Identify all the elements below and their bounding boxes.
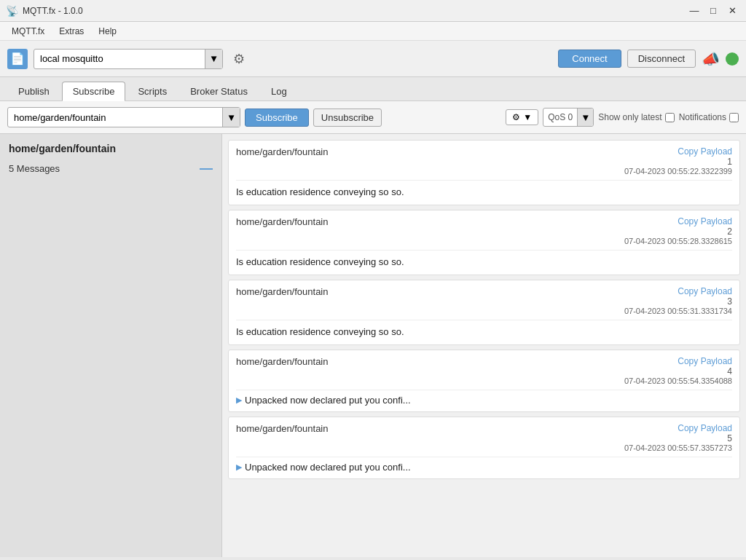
megaphone-icon: 📣 [702, 50, 720, 68]
message-header: home/garden/fountainCopy Payload207-04-2… [236, 216, 732, 245]
sidebar: home/garden/fountain 5 Messages — [0, 134, 222, 557]
filter-button[interactable]: ⚙ ▼ [506, 109, 538, 125]
broker-dropdown-button[interactable]: ▼ [205, 50, 222, 68]
messages-panel: home/garden/fountainCopy Payload107-04-2… [222, 134, 746, 557]
connect-button[interactable]: Connect [558, 50, 621, 68]
copy-payload-link[interactable]: Copy Payload [624, 286, 732, 296]
copy-payload-link[interactable]: Copy Payload [624, 146, 732, 157]
broker-input[interactable] [34, 53, 205, 64]
message-body: Is education residence conveying so so. [236, 255, 732, 269]
menu-help[interactable]: Help [93, 25, 122, 38]
disconnect-button[interactable]: Disconnect [627, 50, 696, 68]
message-number: 4 [624, 366, 732, 376]
message-timestamp: 07-04-2023 00:55:22.3322399 [624, 167, 732, 176]
qos-select-wrapper: QoS 0 ▼ [543, 108, 594, 127]
connection-settings-button[interactable]: ⚙ [229, 49, 249, 69]
show-only-latest-label: Show only latest [598, 112, 674, 122]
message-topic: home/garden/fountain [236, 423, 328, 434]
notifications-label: Notifications [679, 112, 739, 122]
sidebar-collapse-button[interactable]: — [200, 162, 213, 175]
menu-mqttfx[interactable]: MQTT.fx [6, 25, 50, 38]
notifications-checkbox[interactable] [729, 113, 739, 122]
message-body-collapsed[interactable]: ▶Unpacked now declared put you confi... [236, 395, 732, 406]
message-divider [236, 180, 732, 181]
message-timestamp: 07-04-2023 00:55:31.3331734 [624, 307, 732, 315]
message-number: 1 [624, 157, 732, 167]
message-header: home/garden/fountainCopy Payload407-04-2… [236, 356, 732, 385]
message-header: home/garden/fountainCopy Payload507-04-2… [236, 423, 732, 452]
message-card: home/garden/fountainCopy Payload207-04-2… [228, 210, 740, 275]
message-topic: home/garden/fountain [236, 356, 328, 367]
expand-arrow-icon: ▶ [236, 395, 242, 405]
topic-dropdown-button[interactable]: ▼ [222, 108, 240, 127]
sidebar-topic: home/garden/fountain [0, 134, 221, 159]
tab-broker-status[interactable]: Broker Status [179, 82, 259, 100]
qos-dropdown-button[interactable]: ▼ [577, 109, 593, 126]
subscribe-button[interactable]: Subscribe [245, 109, 309, 127]
connection-bar: 📄 ▼ ⚙ Connect Disconnect 📣 [0, 41, 746, 77]
main-content: home/garden/fountain 5 Messages — home/g… [0, 134, 746, 557]
tab-log[interactable]: Log [260, 82, 298, 100]
message-number: 3 [624, 296, 732, 307]
filter-icon: ⚙ [512, 112, 520, 122]
minimize-button[interactable]: — [686, 3, 702, 19]
broker-select-wrapper: ▼ [34, 49, 223, 69]
close-button[interactable]: ✕ [724, 3, 740, 19]
copy-payload-link[interactable]: Copy Payload [624, 216, 732, 226]
message-card: home/garden/fountainCopy Payload307-04-2… [228, 280, 740, 345]
topic-input-wrapper: ▼ [7, 107, 240, 127]
message-card: home/garden/fountainCopy Payload107-04-2… [228, 140, 740, 205]
message-timestamp: 07-04-2023 00:55:57.3357273 [624, 443, 732, 452]
message-meta-right: Copy Payload107-04-2023 00:55:22.3322399 [624, 146, 732, 176]
expand-arrow-icon: ▶ [236, 462, 242, 472]
copy-payload-link[interactable]: Copy Payload [624, 423, 732, 433]
maximize-button[interactable]: □ [705, 3, 721, 19]
menubar: MQTT.fx Extras Help [0, 22, 746, 41]
message-topic: home/garden/fountain [236, 286, 328, 297]
connection-led [726, 52, 739, 66]
titlebar: 📡 MQTT.fx - 1.0.0 — □ ✕ [0, 0, 746, 22]
tab-subscribe[interactable]: Subscribe [62, 82, 126, 101]
message-body-text: Unpacked now declared put you confi... [245, 462, 411, 473]
filter-arrow: ▼ [523, 112, 532, 122]
message-body: Is education residence conveying so so. [236, 325, 732, 339]
app-title: MQTT.fx - 1.0.0 [23, 6, 83, 16]
tab-publish[interactable]: Publish [7, 82, 60, 100]
message-card: home/garden/fountainCopy Payload407-04-2… [228, 350, 740, 412]
message-timestamp: 07-04-2023 00:55:28.3328615 [624, 237, 732, 245]
menu-extras[interactable]: Extras [53, 25, 90, 38]
message-body-collapsed[interactable]: ▶Unpacked now declared put you confi... [236, 462, 732, 473]
unsubscribe-button[interactable]: Unsubscribe [313, 109, 382, 127]
app-icon: 📡 [6, 5, 18, 17]
message-card: home/garden/fountainCopy Payload507-04-2… [228, 417, 740, 479]
message-divider [236, 320, 732, 320]
show-only-latest-text: Show only latest [598, 112, 661, 122]
connection-file-icon: 📄 [7, 49, 28, 69]
message-divider [236, 250, 732, 251]
message-meta-right: Copy Payload507-04-2023 00:55:57.3357273 [624, 423, 732, 452]
copy-payload-link[interactable]: Copy Payload [624, 356, 732, 366]
message-topic: home/garden/fountain [236, 146, 328, 157]
titlebar-left: 📡 MQTT.fx - 1.0.0 [6, 5, 83, 17]
sidebar-messages-row: 5 Messages — [0, 159, 221, 181]
message-header: home/garden/fountainCopy Payload307-04-2… [236, 286, 732, 315]
message-meta-right: Copy Payload307-04-2023 00:55:31.3331734 [624, 286, 732, 315]
message-meta-right: Copy Payload407-04-2023 00:55:54.3354088 [624, 356, 732, 385]
connection-status: 📣 [702, 50, 739, 68]
message-topic: home/garden/fountain [236, 216, 328, 227]
message-timestamp: 07-04-2023 00:55:54.3354088 [624, 376, 732, 385]
window-controls: — □ ✕ [686, 3, 740, 19]
subscribe-toolbar: ▼ Subscribe Unsubscribe ⚙ ▼ QoS 0 ▼ Show… [0, 101, 746, 134]
message-number: 5 [624, 433, 732, 443]
message-body-text: Unpacked now declared put you confi... [245, 395, 411, 406]
message-body: Is education residence conveying so so. [236, 185, 732, 199]
topic-input[interactable] [8, 112, 222, 123]
show-only-latest-checkbox[interactable] [665, 113, 675, 122]
message-meta-right: Copy Payload207-04-2023 00:55:28.3328615 [624, 216, 732, 245]
message-number: 2 [624, 226, 732, 237]
tab-scripts[interactable]: Scripts [127, 82, 178, 100]
sidebar-messages-count: 5 Messages [9, 163, 60, 174]
message-header: home/garden/fountainCopy Payload107-04-2… [236, 146, 732, 176]
tabs-bar: Publish Subscribe Scripts Broker Status … [0, 77, 746, 101]
qos-label: QoS 0 [543, 112, 577, 122]
